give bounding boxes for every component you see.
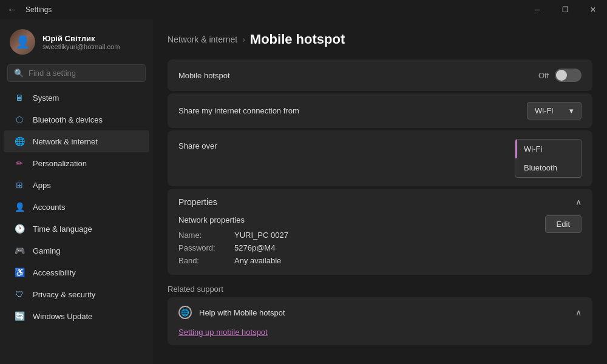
prop-row: Password:5276p@M4 [178,243,288,252]
app-layout: 👤 Юрій Світлик sweetlikyuri@hotmail.com … [0,19,607,364]
time-icon: 🕐 [13,223,25,235]
share-over-dropdown-container: Wi-Fi Bluetooth [515,139,582,178]
accounts-icon: 👤 [13,201,25,213]
sidebar-item-apps[interactable]: ⊞Apps [4,174,149,196]
prop-key: Password: [178,243,227,252]
sidebar-item-label-update: Windows Update [33,312,92,321]
prop-row: Name:YURI_PC 0027 [178,231,288,240]
prop-value: 5276p@M4 [234,243,275,252]
breadcrumb-separator: › [242,35,245,44]
sidebar-item-system[interactable]: 🖥System [4,87,149,109]
update-icon: 🔄 [13,310,25,322]
toggle-thumb [556,70,567,81]
close-button[interactable]: ✕ [579,0,607,19]
bluetooth-icon: ⬡ [13,113,25,126]
edit-button[interactable]: Edit [545,215,582,233]
sidebar-item-network[interactable]: 🌐Network & internet [4,130,149,152]
network-props-left: Network properties Name:YURI_PC 0027Pass… [178,215,288,265]
user-email: sweetlikyuri@hotmail.com [42,43,120,50]
share-over-label: Share over [178,139,217,150]
share-from-value: Wi-Fi [535,106,553,115]
sidebar-item-time[interactable]: 🕐Time & language [4,218,149,240]
user-name: Юрій Світлик [42,34,120,43]
mobile-hotspot-card: Mobile hotspot Off [168,59,592,91]
sidebar-item-label-gaming: Gaming [33,246,61,255]
sidebar-item-label-accessibility: Accessibility [33,268,76,277]
related-support-card: 🌐 Help with Mobile hotspot ∧ Setting up … [168,297,592,345]
dropdown-option-wifi[interactable]: Wi-Fi [515,140,581,158]
search-icon: 🔍 [14,69,24,78]
user-info: Юрій Світлик sweetlikyuri@hotmail.com [42,34,120,50]
properties-card: Properties ∧ Network properties Name:YUR… [168,189,592,275]
bluetooth-option-label: Bluetooth [524,163,557,172]
network-properties-title: Network properties [178,215,288,224]
properties-chevron-icon[interactable]: ∧ [575,197,582,207]
help-chevron-icon[interactable]: ∧ [575,308,582,317]
accessibility-icon: ♿ [13,266,25,278]
window-title: Settings [25,5,52,14]
mobile-hotspot-toggle[interactable] [555,69,582,82]
wifi-option-label: Wi-Fi [524,144,542,153]
titlebar: ← Settings ─ ❐ ✕ [0,0,607,19]
properties-header: Properties ∧ [168,189,592,215]
share-from-row: Share my internet connection from Wi-Fi … [168,93,592,128]
breadcrumb-parent[interactable]: Network & internet [168,35,237,44]
prop-key: Band: [178,256,227,265]
prop-row: Band:Any available [178,256,288,265]
mobile-hotspot-label: Mobile hotspot [178,71,230,80]
properties-label: Properties [178,197,217,207]
privacy-icon: 🛡 [13,288,25,300]
chevron-down-icon: ▾ [569,106,574,115]
sidebar-item-label-bluetooth: Bluetooth & devices [33,115,103,124]
hotspot-link[interactable]: Setting up mobile hotspot [168,328,592,345]
sidebar-item-accessibility[interactable]: ♿Accessibility [4,261,149,283]
mobile-hotspot-right: Off [538,69,582,82]
system-icon: 🖥 [13,92,25,104]
window-controls: ─ ❐ ✕ [523,0,607,19]
sidebar-item-update[interactable]: 🔄Windows Update [4,305,149,327]
user-section: 👤 Юрій Світлик sweetlikyuri@hotmail.com [0,19,153,62]
titlebar-left: ← Settings [7,4,52,15]
restore-button[interactable]: ❐ [551,0,579,19]
sidebar-item-accounts[interactable]: 👤Accounts [4,196,149,218]
sidebar: 👤 Юрій Світлик sweetlikyuri@hotmail.com … [0,19,153,364]
share-from-right: Wi-Fi ▾ [527,102,582,120]
prop-value: YURI_PC 0027 [234,231,288,240]
network-props-details: Name:YURI_PC 0027Password:5276p@M4Band:A… [178,231,288,265]
mobile-hotspot-row: Mobile hotspot Off [168,59,592,91]
avatar: 👤 [10,29,35,55]
help-label: Help with Mobile hotspot [199,308,285,317]
gaming-icon: 🎮 [13,244,25,257]
share-over-row: Share over Wi-Fi Bluetooth [168,130,592,186]
breadcrumb: Network & internet › Mobile hotspot [168,32,592,47]
prop-key: Name: [178,231,227,240]
help-left: 🌐 Help with Mobile hotspot [178,306,285,319]
minimize-button[interactable]: ─ [523,0,551,19]
share-over-card: Share over Wi-Fi Bluetooth [168,130,592,186]
sidebar-item-label-system: System [33,93,59,103]
share-from-label: Share my internet connection from [178,106,299,115]
sidebar-item-personalization[interactable]: ✏Personalization [4,152,149,174]
network-properties: Network properties Name:YURI_PC 0027Pass… [168,215,592,275]
breadcrumb-current: Mobile hotspot [250,32,345,47]
content-area: Network & internet › Mobile hotspot Mobi… [153,19,607,364]
help-row: 🌐 Help with Mobile hotspot ∧ [168,297,592,328]
related-support-label: Related support [168,285,592,294]
sidebar-item-label-apps: Apps [33,181,51,190]
sidebar-item-privacy[interactable]: 🛡Privacy & security [4,283,149,305]
nav-container: 🖥System⬡Bluetooth & devices🌐Network & in… [0,87,153,327]
share-over-dropdown-menu: Wi-Fi Bluetooth [515,139,582,178]
dropdown-option-bluetooth[interactable]: Bluetooth [515,158,581,177]
search-box[interactable]: 🔍 [7,64,146,82]
sidebar-item-label-accounts: Accounts [33,203,65,212]
share-from-dropdown[interactable]: Wi-Fi ▾ [527,102,582,120]
prop-value: Any available [234,256,281,265]
apps-icon: ⊞ [13,179,25,191]
sidebar-item-gaming[interactable]: 🎮Gaming [4,240,149,261]
back-button[interactable]: ← [7,4,21,15]
help-globe-icon: 🌐 [178,306,192,319]
search-input[interactable] [29,69,139,78]
network-icon: 🌐 [13,135,25,147]
sidebar-item-bluetooth[interactable]: ⬡Bluetooth & devices [4,109,149,130]
personalization-icon: ✏ [13,157,25,169]
